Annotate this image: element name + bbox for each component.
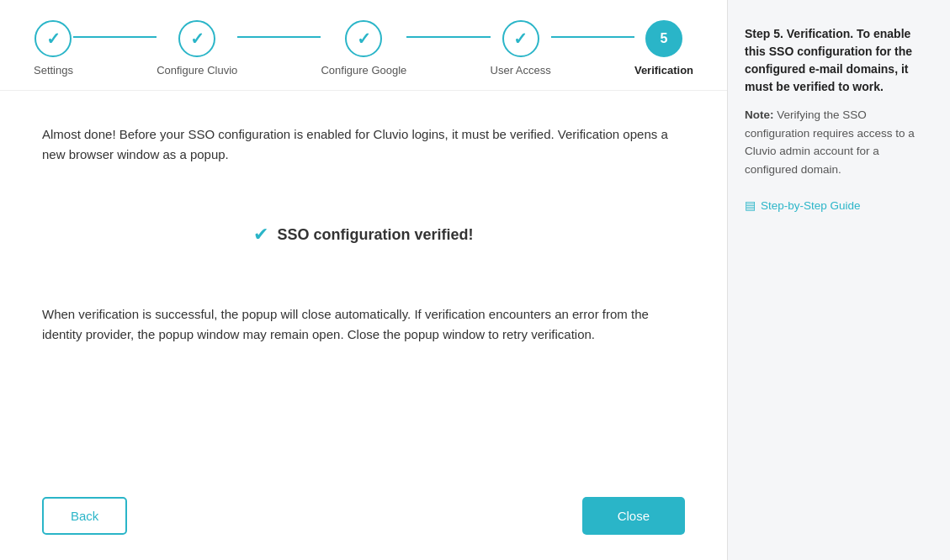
step-verification: 5 Verification bbox=[634, 20, 693, 77]
step-label-1: Settings bbox=[34, 64, 73, 77]
sidebar-title: Step 5. Verification. To enable this SSO… bbox=[745, 25, 933, 96]
close-button[interactable]: Close bbox=[582, 497, 685, 535]
step-circle-4: ✓ bbox=[502, 20, 539, 57]
main-panel: ✓ Settings ✓ Configure Cluvio ✓ Configur… bbox=[0, 0, 727, 560]
check-icon-3: ✓ bbox=[357, 29, 371, 49]
connector-1 bbox=[73, 36, 157, 38]
step-by-step-guide-link[interactable]: ▤ Step-by-Step Guide bbox=[745, 198, 933, 212]
button-row: Back Close bbox=[0, 480, 727, 560]
content-area: Almost done! Before your SSO configurati… bbox=[0, 91, 727, 480]
verified-message: SSO configuration verified! bbox=[277, 226, 473, 244]
sidebar-title-bold: Step 5. Verification. bbox=[745, 27, 853, 40]
bottom-text: When verification is successful, the pop… bbox=[42, 304, 685, 345]
step-circle-1: ✓ bbox=[34, 20, 72, 57]
sidebar: Step 5. Verification. To enable this SSO… bbox=[727, 0, 950, 560]
sidebar-note: Note: Verifying the SSO configuration re… bbox=[745, 106, 933, 178]
step-user-access: ✓ User Access bbox=[491, 20, 551, 77]
step-label-3: Configure Google bbox=[321, 64, 406, 77]
guide-icon: ▤ bbox=[745, 198, 756, 212]
step-circle-3: ✓ bbox=[345, 20, 382, 57]
stepper: ✓ Settings ✓ Configure Cluvio ✓ Configur… bbox=[0, 0, 727, 91]
connector-4 bbox=[551, 36, 634, 38]
step-number-5: 5 bbox=[661, 31, 668, 46]
step-configure-cluvio: ✓ Configure Cluvio bbox=[157, 20, 237, 77]
step-circle-2: ✓ bbox=[178, 20, 215, 57]
step-circle-5: 5 bbox=[645, 20, 682, 57]
check-icon-2: ✓ bbox=[190, 29, 204, 49]
guide-link-text: Step-by-Step Guide bbox=[761, 199, 861, 212]
sidebar-note-label: Note: bbox=[745, 108, 774, 121]
check-icon-4: ✓ bbox=[513, 29, 528, 49]
step-label-5: Verification bbox=[634, 64, 693, 77]
connector-3 bbox=[406, 36, 490, 38]
check-icon-1: ✓ bbox=[46, 29, 61, 49]
step-label-4: User Access bbox=[491, 64, 551, 77]
back-button[interactable]: Back bbox=[42, 497, 127, 535]
step-configure-google: ✓ Configure Google bbox=[321, 20, 406, 77]
intro-text: Almost done! Before your SSO configurati… bbox=[42, 124, 685, 165]
connector-2 bbox=[237, 36, 321, 38]
checkmark-icon: ✔ bbox=[253, 224, 268, 246]
step-settings: ✓ Settings bbox=[34, 20, 73, 77]
verified-box: ✔ SSO configuration verified! bbox=[42, 198, 685, 271]
step-label-2: Configure Cluvio bbox=[157, 64, 237, 77]
